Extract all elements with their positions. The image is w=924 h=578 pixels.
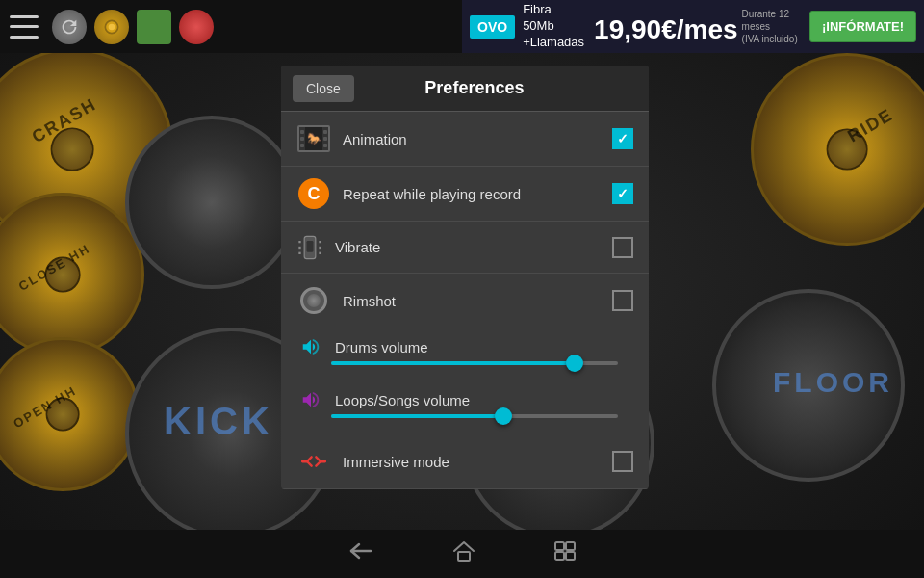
- svg-rect-14: [555, 552, 564, 560]
- ad-price-detail: Durante 12 meses (IVA incluido): [742, 8, 804, 45]
- medal-button[interactable]: [94, 10, 129, 44]
- animation-label: Animation: [343, 131, 612, 147]
- svg-point-1: [109, 23, 116, 30]
- drums-volume-section: Drums volume: [281, 328, 649, 381]
- repeat-icon: C: [296, 176, 331, 211]
- animation-icon: 🐎: [296, 121, 331, 156]
- loops-volume-label: Loops/Songs volume: [335, 392, 633, 408]
- animation-item[interactable]: 🐎 Animation: [281, 112, 649, 167]
- svg-rect-12: [555, 542, 564, 550]
- green-button[interactable]: [137, 10, 171, 44]
- back-button[interactable]: [347, 540, 374, 567]
- rimshot-icon: [296, 283, 331, 318]
- vibrate-icon: [296, 233, 323, 262]
- immersive-checkbox[interactable]: [612, 451, 633, 472]
- kick1-label: KICK: [164, 400, 273, 443]
- vibrate-item[interactable]: Vibrate: [281, 222, 649, 274]
- refresh-button[interactable]: [52, 10, 87, 44]
- home-button[interactable]: [451, 539, 476, 568]
- vibrate-checkbox[interactable]: [612, 237, 633, 258]
- ad-price: 19,90€/mes: [594, 14, 737, 45]
- rimshot-item[interactable]: Rimshot: [281, 274, 649, 328]
- floor-label: FLOOR: [773, 366, 893, 399]
- snare-drum[interactable]: [125, 116, 298, 289]
- repeat-label: Repeat while playing record: [343, 186, 612, 202]
- ad-text: Fibra 50Mb +Llamadas: [523, 2, 584, 51]
- rimshot-label: Rimshot: [343, 293, 612, 309]
- rimshot-checkbox[interactable]: [612, 290, 633, 311]
- toolbar-left: [10, 10, 214, 44]
- preferences-dialog: Close Preferences 🐎 Animation: [281, 66, 649, 489]
- immersive-icon: [296, 444, 331, 479]
- vibrate-label: Vibrate: [335, 239, 612, 255]
- svg-rect-13: [566, 542, 575, 550]
- ride-cymbal[interactable]: [751, 53, 924, 246]
- menu-button[interactable]: [10, 15, 38, 39]
- ad-banner: OVO Fibra 50Mb +Llamadas 19,90€/mes Dura…: [462, 0, 924, 53]
- ad-brand: OVO: [470, 15, 515, 39]
- svg-rect-3: [307, 241, 314, 252]
- loops-volume-slider[interactable]: [331, 414, 618, 418]
- bottom-navbar: [0, 530, 924, 578]
- top-toolbar: OVO Fibra 50Mb +Llamadas 19,90€/mes Dura…: [0, 0, 924, 53]
- loops-volume-section: Loops/Songs volume: [281, 381, 649, 434]
- record-button[interactable]: [179, 10, 214, 44]
- svg-rect-11: [458, 552, 470, 561]
- immersive-item[interactable]: Immersive mode: [281, 434, 649, 489]
- animation-checkbox[interactable]: [612, 128, 633, 149]
- repeat-checkbox[interactable]: [612, 183, 633, 204]
- drums-volume-icon: [296, 336, 325, 357]
- recents-button[interactable]: [553, 540, 577, 567]
- repeat-item[interactable]: C Repeat while playing record: [281, 167, 649, 222]
- ad-cta-button[interactable]: ¡INFÓRMATE!: [809, 11, 916, 42]
- immersive-label: Immersive mode: [343, 454, 612, 470]
- drums-volume-label: Drums volume: [335, 339, 633, 355]
- preferences-header: Close Preferences: [281, 66, 649, 112]
- svg-rect-15: [566, 552, 575, 560]
- close-button[interactable]: Close: [293, 75, 354, 102]
- loops-volume-icon: [296, 389, 325, 410]
- drums-volume-slider[interactable]: [331, 361, 618, 365]
- preferences-title: Preferences: [370, 78, 579, 98]
